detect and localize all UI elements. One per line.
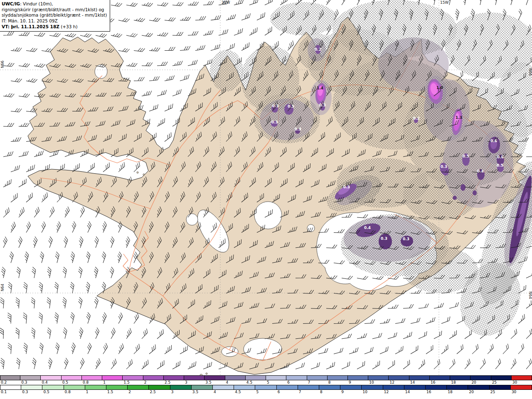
scale-color-swatch [490,385,511,390]
scale-value-label: 2 [128,390,149,394]
scale-color-swatch [21,385,42,390]
glacier [95,64,107,79]
scale-color-swatch [123,375,143,380]
scale-color-swatch [328,375,348,380]
precip-blob [473,190,477,195]
scale-color-swatch [511,385,532,390]
scale-value-label: 6 [277,390,298,394]
scale-value-label: 2.5 [164,380,184,385]
scale-color-swatch [389,375,409,380]
scale-color-swatch [319,385,340,390]
scale-value-label: 0.8 [64,390,85,394]
scale-value-label: 7 [307,380,328,385]
precip-value-label: 0.3 [319,103,326,107]
scale-segment: 4.5 [234,385,255,394]
precip-blob [461,184,466,191]
scale-segment: 0.3 [20,375,41,385]
valid-time-main: VT: þri. 11.11.2025 18Z [2,24,59,29]
scale-segment: 4 [225,375,246,385]
glacier [222,347,238,357]
scale-value-label: 9 [340,390,362,394]
scale-segment: 14 [404,385,426,394]
colorbar-rain-scale: 0.10.30.50.811.522.533.544.5567891012141… [0,385,532,394]
scale-value-label: 16 [426,390,447,394]
scale-value-label: 9 [348,380,368,385]
scale-segment: 6 [286,375,307,385]
scale-value-label: 4 [213,390,234,394]
scale-value-label: 0.8 [82,380,102,385]
precip-value-label: 0.4 [364,226,371,230]
scale-segment: 3 [170,385,192,394]
scale-segment: 9 [348,375,368,385]
scale-segment: 2.5 [164,375,184,385]
scale-color-swatch [298,385,319,390]
scale-segment: 25 [491,375,512,385]
scale-value-label: 1 [102,380,123,385]
scale-color-swatch [450,375,470,380]
colorbar-sleet-snow-scale: 0.20.30.40.50.811.522.533.544.5567891012… [0,375,532,385]
product-code: UWC/IG [2,1,20,6]
island [137,172,138,173]
precip-value-label: 1.0 [436,86,443,90]
scale-value-label: 0.5 [62,380,82,385]
scale-color-swatch [20,375,41,380]
scale-color-swatch [234,385,255,390]
scale-color-swatch [102,375,123,380]
precip-value-label: 0.6 [490,139,497,143]
scale-value-label: 12 [383,390,404,394]
glacier [254,202,282,229]
scale-color-swatch [340,385,362,390]
scale-color-swatch [41,375,61,380]
scale-color-swatch [192,385,213,390]
scale-segment: 0.5 [42,385,64,394]
scale-value-label: 16 [430,380,450,385]
precip-value-label: 0.3 [381,236,387,241]
valid-time-offset: (+33 h) [59,24,78,29]
scale-segment: 1 [102,375,123,385]
precip-value-label: 0.3 [271,120,278,124]
scale-value-label: 0.3 [21,390,42,394]
precip-blob [453,196,457,200]
scale-color-swatch [225,375,246,380]
scale-value-label: 2.5 [149,390,170,394]
scale-value-label: 1 [85,390,106,394]
scale-color-swatch [85,385,106,390]
scale-color-swatch [143,375,164,380]
scale-segment: 14 [409,375,430,385]
scale-segment: 10 [362,385,383,394]
scale-segment: 18 [450,375,470,385]
scale-color-swatch [348,375,368,380]
precip-value-label: 0.2 [315,47,321,52]
scale-segment: 1 [85,385,106,394]
scale-segment: 0.8 [82,375,102,385]
scale-value-label: 5 [255,390,276,394]
scale-segment: 0.4 [41,375,61,385]
scale-color-swatch [213,385,234,390]
scale-segment: 25 [490,385,511,394]
hatch-area [254,94,320,143]
scale-color-swatch [246,375,266,380]
hatch-area [403,170,478,220]
precip-value-label: 0.6 [497,155,504,159]
scale-color-swatch [0,385,21,390]
scale-segment: 5 [266,375,286,385]
precip-value-label: 0.3 [343,185,350,189]
hatch-area [270,2,337,35]
parallel-label: N64 [0,284,5,291]
scale-value-label: 8 [319,390,340,394]
scale-segment: 8 [319,385,340,394]
scale-color-swatch [383,385,404,390]
scale-value-label: 20 [468,390,489,394]
meridian-label: 15W [440,0,448,5]
scale-segment: 2.5 [149,385,170,394]
scale-value-label: 18 [450,380,470,385]
weather-map-page: 20W15WN66N66N64N640.21.40.30.50.30.30.31… [0,0,532,399]
precip-value-label: 0.4 [477,169,484,173]
scale-value-label: 30 [511,390,532,394]
product-title-rest: : Vindur (10m), [20,1,53,6]
scale-value-label: 25 [491,380,512,385]
scale-value-label: 5 [266,380,286,385]
precip-value-label: 1.3 [456,116,462,120]
scale-color-swatch [128,385,149,390]
precip-value-label: 1.4 [317,86,323,90]
